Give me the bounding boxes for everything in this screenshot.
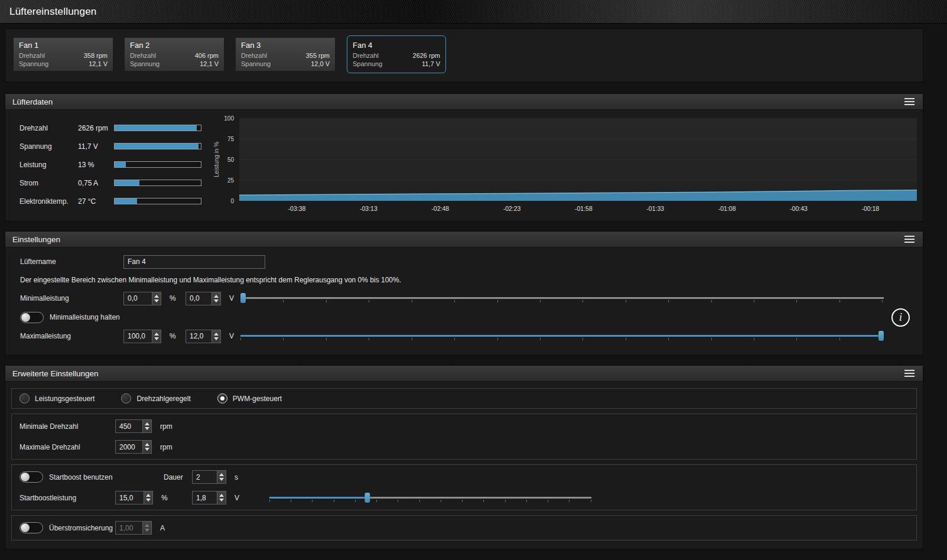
min-power-volt-spinner[interactable]: 0,0 [186,292,221,305]
fan-speed-line: Drehzahl 406 rpm [130,51,219,60]
spinner-up-icon [145,524,149,527]
radio-icon-selected[interactable] [217,393,227,403]
spinner-arrows[interactable] [142,441,151,453]
spinner-down-icon[interactable] [154,299,159,302]
volt-unit: V [226,494,269,502]
spinner-arrows[interactable] [217,471,226,483]
max-power-volt-spinner[interactable]: 12,0 [186,330,221,343]
fan-voltage-line: Spannung 12,0 V [241,60,330,68]
spinner-up-icon[interactable] [146,494,151,497]
fan-voltage-value: 12,0 V [311,60,330,68]
mode-power-controlled[interactable]: Leistungsgesteuert [19,393,95,403]
main-content: Fan 1 Drehzahl 358 rpm Spannung 12,1 V F… [0,24,947,549]
max-rpm-spinner[interactable]: 2000 [115,440,152,454]
power-gauge [114,161,201,168]
spinner-up-icon[interactable] [219,494,224,497]
startboost-toggle[interactable] [19,471,43,483]
startboost-volt-spinner[interactable]: 1,8 [192,491,226,504]
spinner-value: 1,8 [193,491,217,504]
spinner-up-icon[interactable] [214,333,219,336]
fan-speed-value: 2626 rpm [413,51,440,60]
y-tick-label: 25 [227,177,234,184]
duration-spinner[interactable]: 2 [192,470,226,484]
spinner-value: 1,00 [116,522,142,534]
volt-unit: V [221,332,240,340]
min-power-percent-spinner[interactable]: 0,0 [123,292,161,305]
startboost-percent-spinner[interactable]: 15,0 [115,491,153,504]
radio-icon[interactable] [121,393,131,403]
mode-pwm-controlled[interactable]: PWM-gesteuert [217,393,282,403]
spinner-down-icon[interactable] [214,337,219,340]
spinner-up-icon[interactable] [145,422,149,425]
spinner-up-icon[interactable] [154,295,159,298]
hold-min-toggle[interactable] [20,312,44,323]
data-value: 2626 rpm [78,124,114,132]
slider-thumb[interactable] [878,331,884,341]
fan-name-input[interactable] [123,255,265,269]
spinner-up-icon[interactable] [219,473,224,476]
spinner-arrows[interactable] [144,491,152,504]
spinner-arrows[interactable] [142,420,151,432]
fan-card-name: Fan 3 [241,41,330,50]
fan-card-name: Fan 1 [19,41,108,50]
menu-icon[interactable] [903,369,916,378]
startboost-toggle-group: Startboost benutzen [19,471,164,483]
overcurrent-spinner: 1,00 [115,521,152,535]
fan-speed-line: Drehzahl 358 rpm [19,51,108,60]
radio-label: PWM-gesteuert [233,395,282,403]
fan-speed-value: 406 rpm [195,51,219,60]
startboost-slider[interactable] [269,492,591,504]
fan-card-fan4-selected[interactable]: Fan 4 Drehzahl 2626 rpm Spannung 11,7 V [347,35,446,73]
overcurrent-toggle-group: Überstromsicherung [19,522,115,533]
fan-card-fan2[interactable]: Fan 2 Drehzahl 406 rpm Spannung 12,1 V [125,38,224,71]
fan-speed-line: Drehzahl 355 rpm [241,51,330,60]
spinner-down-icon[interactable] [146,499,151,502]
spinner-down-icon[interactable] [145,448,149,451]
fan-card-fan3[interactable]: Fan 3 Drehzahl 355 rpm Spannung 12,0 V [236,38,335,71]
spinner-down-icon[interactable] [154,337,159,340]
spinner-up-icon[interactable] [145,443,149,446]
data-label: Elektroniktemp. [19,197,78,206]
spinner-value: 450 [116,420,142,432]
radio-icon[interactable] [19,393,30,403]
menu-icon[interactable] [903,97,916,106]
max-power-percent-spinner[interactable]: 100,0 [123,330,161,343]
spinner-down-icon[interactable] [214,299,219,302]
menu-icon[interactable] [903,235,916,244]
spinner-arrows[interactable] [152,330,161,343]
max-rpm-label: Maximale Drehzahl [19,443,115,451]
fan-name-label: Lüftername [20,258,123,266]
spinner-arrows[interactable] [152,292,161,305]
mode-speed-regulated[interactable]: Drehzahlgeregelt [121,393,190,403]
max-power-slider[interactable] [240,330,884,342]
data-value: 0,75 A [78,179,114,187]
fan-speed-label: Drehzahl [19,51,45,60]
data-value: 11,7 V [78,142,114,151]
fan-card-fan1[interactable]: Fan 1 Drehzahl 358 rpm Spannung 12,1 V [14,38,113,71]
min-rpm-spinner[interactable]: 450 [115,419,152,433]
spinner-down-icon[interactable] [219,478,224,481]
slider-track[interactable] [240,297,884,299]
spinner-up-icon[interactable] [154,333,159,336]
fan-voltage-line: Spannung 12,1 V [19,60,108,68]
min-power-slider[interactable] [240,292,884,304]
spinner-down-icon[interactable] [145,427,149,430]
voltage-gauge [114,143,201,149]
volt-unit: V [221,294,240,302]
data-label: Leistung [19,161,78,169]
info-icon[interactable]: i [891,308,910,327]
fan-voltage-label: Spannung [130,60,160,68]
overcurrent-toggle[interactable] [19,522,43,533]
slider-thumb[interactable] [365,493,370,503]
speed-gauge [114,125,201,131]
spinner-down-icon[interactable] [219,499,224,502]
spinner-up-icon[interactable] [214,295,219,298]
gauge-fill [115,180,139,185]
spinner-arrows[interactable] [211,330,220,343]
settings-body: Lüftername Der eingestellte Bereich zwis… [5,248,923,355]
slider-thumb[interactable] [240,293,246,303]
spinner-arrows[interactable] [217,491,226,504]
fan-data-body: Drehzahl 2626 rpm Spannung 11,7 V Leistu… [5,110,923,221]
spinner-arrows[interactable] [211,292,220,305]
data-label: Spannung [19,142,78,151]
